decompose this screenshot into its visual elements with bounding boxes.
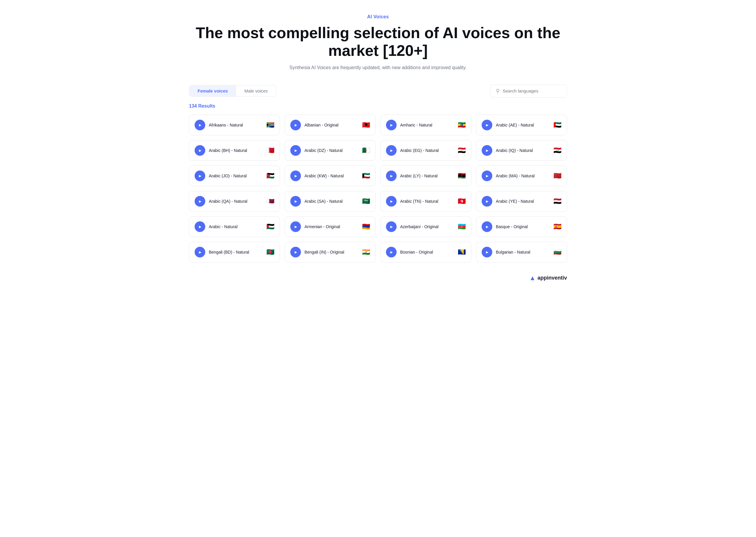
play-button[interactable]: ►: [195, 247, 205, 257]
play-icon: ►: [485, 148, 489, 153]
voice-card[interactable]: ► Arabic (DZ) - Natural 🇩🇿: [285, 140, 376, 161]
play-icon: ►: [198, 148, 202, 153]
voice-card[interactable]: ► Amharic - Natural 🇪🇹: [380, 115, 471, 135]
voice-card[interactable]: ► Arabic (KW) - Natural 🇰🇼: [285, 166, 376, 186]
voice-card[interactable]: ► Bulgarian - Natural 🇧🇬: [476, 242, 567, 263]
voice-card[interactable]: ► Bengali (BD) - Natural 🇧🇩: [189, 242, 280, 263]
play-button[interactable]: ►: [290, 171, 301, 181]
flag-icon: 🇪🇸: [553, 223, 561, 230]
voice-card[interactable]: ► Armenian - Original 🇦🇲: [285, 216, 376, 237]
flag-icon: 🇧🇦: [458, 248, 466, 256]
voice-card[interactable]: ► Arabic (IQ) - Natural 🇮🇶: [476, 140, 567, 161]
voice-card[interactable]: ► Arabic (LY) - Natural 🇱🇾: [380, 166, 471, 186]
play-button[interactable]: ►: [195, 145, 205, 156]
play-button[interactable]: ►: [290, 145, 301, 156]
voice-name: Albanian - Original: [304, 123, 338, 127]
voice-left: ► Basque - Original: [482, 221, 528, 232]
play-button[interactable]: ►: [482, 171, 492, 181]
voice-card[interactable]: ► Arabic (AE) - Natural 🇦🇪: [476, 115, 567, 135]
tab-female-voices[interactable]: Female voices: [189, 85, 236, 96]
play-button[interactable]: ►: [386, 221, 397, 232]
play-button[interactable]: ►: [290, 120, 301, 130]
voice-name: Arabic (JO) - Natural: [209, 174, 246, 178]
play-button[interactable]: ►: [195, 171, 205, 181]
voice-card[interactable]: ► Arabic (QA) - Natural 🇶🇦: [189, 191, 280, 212]
voice-left: ► Armenian - Original: [290, 221, 340, 232]
search-box[interactable]: ⚲: [490, 85, 567, 98]
play-icon: ►: [485, 174, 489, 178]
voice-name: Amharic - Natural: [400, 123, 432, 127]
play-button[interactable]: ►: [482, 247, 492, 257]
voice-card[interactable]: ► Bosnian - Original 🇧🇦: [380, 242, 471, 263]
voice-card[interactable]: ► Afrikaans - Natural 🇿🇦: [189, 115, 280, 135]
voice-name: Arabic (DZ) - Natural: [304, 148, 343, 153]
play-button[interactable]: ►: [290, 196, 301, 207]
voice-left: ► Arabic (YE) - Natural: [482, 196, 534, 207]
play-icon: ►: [294, 199, 298, 204]
play-icon: ►: [294, 224, 298, 229]
hero-subtitle: Synthesia AI Voices are frequently updat…: [189, 65, 567, 70]
play-icon: ►: [294, 148, 298, 153]
play-icon: ►: [294, 174, 298, 178]
voice-left: ► Bosnian - Original: [386, 247, 433, 257]
flag-icon: 🇩🇿: [362, 146, 370, 154]
voice-card[interactable]: ► Arabic (SA) - Natural 🇸🇦: [285, 191, 376, 212]
voice-card[interactable]: ► Bengali (IN) - Original 🇮🇳: [285, 242, 376, 263]
search-input[interactable]: [503, 88, 561, 93]
voice-left: ► Arabic (QA) - Natural: [195, 196, 247, 207]
play-button[interactable]: ►: [386, 120, 397, 130]
voice-card[interactable]: ► Albanian - Original 🇦🇱: [285, 115, 376, 135]
play-button[interactable]: ►: [195, 196, 205, 207]
voice-left: ► Arabic (IQ) - Natural: [482, 145, 533, 156]
play-button[interactable]: ►: [386, 171, 397, 181]
flag-icon: 🇾🇪: [553, 197, 561, 205]
play-button[interactable]: ►: [386, 145, 397, 156]
voice-left: ► Arabic (SA) - Natural: [290, 196, 343, 207]
voice-card[interactable]: ► Arabic (BH) - Natural 🇧🇭: [189, 140, 280, 161]
play-button[interactable]: ►: [386, 247, 397, 257]
voice-left: ► Bengali (BD) - Natural: [195, 247, 249, 257]
voice-name: Arabic (IQ) - Natural: [496, 148, 533, 153]
play-icon: ►: [390, 148, 394, 153]
voice-card[interactable]: ► Arabic (JO) - Natural 🇯🇴: [189, 166, 280, 186]
tab-male-voices[interactable]: Male voices: [236, 85, 276, 96]
voice-left: ► Arabic (DZ) - Natural: [290, 145, 343, 156]
voice-name: Arabic (KW) - Natural: [304, 174, 344, 178]
play-button[interactable]: ►: [482, 196, 492, 207]
play-button[interactable]: ►: [290, 247, 301, 257]
play-icon: ►: [294, 250, 298, 255]
play-button[interactable]: ►: [195, 221, 205, 232]
play-button[interactable]: ►: [290, 221, 301, 232]
results-count: 134 Results: [189, 103, 567, 109]
footer-brand: ▲ appinventiv: [189, 274, 567, 282]
flag-icon: 🇱🇾: [458, 172, 466, 180]
play-button[interactable]: ►: [195, 120, 205, 130]
play-button[interactable]: ►: [482, 145, 492, 156]
voice-left: ► Arabic (BH) - Natural: [195, 145, 247, 156]
voice-card[interactable]: ► Arabic (MA) - Natural 🇲🇦: [476, 166, 567, 186]
flag-icon: 🇦🇿: [458, 223, 466, 230]
brand-logo: ▲ appinventiv: [529, 274, 567, 282]
play-button[interactable]: ►: [386, 196, 397, 207]
play-button[interactable]: ►: [482, 120, 492, 130]
voice-card[interactable]: ► Azerbaijani - Original 🇦🇿: [380, 216, 471, 237]
voice-name: Bengali (BD) - Natural: [209, 250, 249, 255]
play-icon: ►: [390, 250, 394, 255]
voice-card[interactable]: ► Arabic (YE) - Natural 🇾🇪: [476, 191, 567, 212]
flag-icon: 🇧🇭: [266, 146, 274, 154]
play-icon: ►: [198, 123, 202, 127]
play-icon: ►: [198, 224, 202, 229]
voice-card[interactable]: ► Arabic (TN) - Natural 🇹🇳: [380, 191, 471, 212]
brand-name: appinventiv: [538, 275, 567, 281]
voice-left: ► Amharic - Natural: [386, 120, 432, 130]
flag-icon: 🇧🇩: [266, 248, 274, 256]
voice-left: ► Azerbaijani - Original: [386, 221, 438, 232]
voice-card[interactable]: ► Basque - Original 🇪🇸: [476, 216, 567, 237]
voice-card[interactable]: ► Arabic - Natural 🇵🇸: [189, 216, 280, 237]
play-icon: ►: [198, 250, 202, 255]
voice-card[interactable]: ► Arabic (EG) - Natural 🇪🇬: [380, 140, 471, 161]
play-button[interactable]: ►: [482, 221, 492, 232]
flag-icon: 🇿🇦: [266, 121, 274, 129]
voice-name: Arabic (AE) - Natural: [496, 123, 534, 127]
controls-row: Female voices Male voices ⚲: [189, 85, 567, 98]
